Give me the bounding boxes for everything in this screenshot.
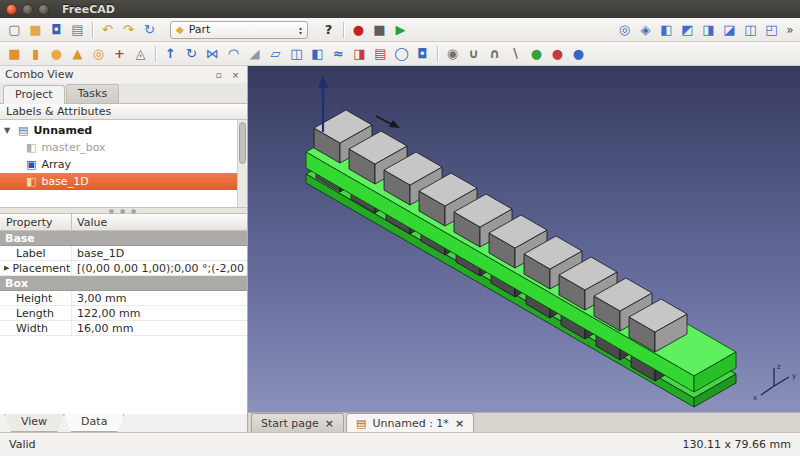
status-bar: Valid 130.11 x 79.66 mm	[0, 432, 800, 456]
tree-item-master-box[interactable]: ◧ master_box	[0, 139, 247, 156]
close-tab-icon[interactable]: ×	[325, 417, 334, 430]
view-axonometric-icon[interactable]: ◈	[635, 20, 656, 40]
property-group-base[interactable]: Base	[0, 231, 247, 246]
property-row-length[interactable]: Length 122,00 mm	[0, 306, 247, 321]
part-create-primitives-icon[interactable]: +	[109, 44, 130, 64]
view-rear-icon[interactable]: ◪	[719, 20, 740, 40]
part-boolean-cut-icon[interactable]: ∖	[505, 44, 526, 64]
view-bottom-icon[interactable]: ◫	[740, 20, 761, 40]
print-icon[interactable]: ▤	[67, 20, 88, 40]
part-cone-icon[interactable]: ▲	[67, 44, 88, 64]
tree-column-header: Labels & Attributes	[0, 104, 247, 120]
property-value[interactable]: 16,00 mm	[72, 322, 247, 335]
document-icon: ▤	[18, 124, 28, 137]
macro-play-icon[interactable]: ▶	[390, 20, 411, 40]
part-make-face-icon[interactable]: ▱	[265, 44, 286, 64]
part-ruled-surface-icon[interactable]: ◫	[286, 44, 307, 64]
array-feature-icon: ▣	[26, 158, 36, 171]
workbench-selector[interactable]: ◆ Part ▴▾	[170, 21, 308, 39]
part-boolean-union-icon[interactable]: ∪	[463, 44, 484, 64]
toolbar-overflow-icon[interactable]: »	[784, 23, 796, 37]
title-bar[interactable]: FreeCAD	[0, 0, 800, 18]
part-sweep-icon[interactable]: ≈	[328, 44, 349, 64]
view-fit-all-icon[interactable]: ◎	[614, 20, 635, 40]
part-cylinder-icon[interactable]: ▮	[25, 44, 46, 64]
part-torus-icon[interactable]: ◎	[88, 44, 109, 64]
part-fillet-icon[interactable]: ◠	[223, 44, 244, 64]
property-table-header[interactable]: Property Value	[0, 214, 247, 231]
part-compound-icon[interactable]: ◉	[442, 44, 463, 64]
property-row-width[interactable]: Width 16,00 mm	[0, 321, 247, 336]
view-left-icon[interactable]: ◰	[761, 20, 782, 40]
close-panel-icon[interactable]: ×	[229, 68, 242, 81]
tab-start-page[interactable]: Start page ×	[251, 413, 344, 432]
refresh-icon[interactable]: ↻	[139, 20, 160, 40]
part-box-icon[interactable]: ■	[4, 44, 25, 64]
undo-icon[interactable]: ↶	[97, 20, 118, 40]
tree-item-label: master_box	[41, 141, 105, 154]
property-row-label[interactable]: Label base_1D	[0, 246, 247, 261]
part-chamfer-icon[interactable]: ◢	[244, 44, 265, 64]
property-value[interactable]: base_1D	[72, 247, 247, 260]
column-value[interactable]: Value	[72, 216, 107, 229]
macro-stop-icon[interactable]: ■	[369, 20, 390, 40]
open-folder-icon[interactable]: ■	[25, 20, 46, 40]
property-value[interactable]: 122,00 mm	[72, 307, 247, 320]
part-section-icon[interactable]: ◨	[349, 44, 370, 64]
model-box-array[interactable]	[314, 110, 687, 352]
combo-arrows-icon[interactable]: ▴▾	[299, 25, 302, 35]
3d-view[interactable]: z y x	[248, 66, 800, 412]
property-group-box[interactable]: Box	[0, 276, 247, 291]
view-right-icon[interactable]: ◨	[698, 20, 719, 40]
tab-unnamed-document[interactable]: ▤ Unnamed : 1* ×	[346, 413, 474, 432]
expand-arrow-icon[interactable]: ▶	[4, 264, 9, 272]
part-loft-icon[interactable]: ◧	[307, 44, 328, 64]
tab-tasks[interactable]: Tasks	[66, 84, 119, 103]
tab-project[interactable]: Project	[3, 85, 65, 104]
view-top-icon[interactable]: ◩	[677, 20, 698, 40]
part-mirror-icon[interactable]: ⋈	[202, 44, 223, 64]
tab-data[interactable]: Data	[64, 414, 124, 432]
part-sphere-icon[interactable]: ●	[46, 44, 67, 64]
part-thickness-icon[interactable]: ◘	[412, 44, 433, 64]
close-tab-icon[interactable]: ×	[455, 417, 464, 430]
tree-scrollbar[interactable]	[237, 120, 247, 207]
view-front-icon[interactable]: ◧	[656, 20, 677, 40]
float-panel-icon[interactable]: ▫	[212, 68, 225, 81]
property-name: ▶ Placement	[0, 261, 72, 275]
part-offset-icon[interactable]: ◯	[391, 44, 412, 64]
part-boolean-common-icon[interactable]: ∩	[484, 44, 505, 64]
tab-view[interactable]: View	[4, 414, 64, 432]
main-area: Combo View ▫ × Project Tasks Labels & At…	[0, 66, 800, 432]
tree-item-base-1d[interactable]: ◧ base_1D	[0, 173, 247, 190]
part-cross-sections-icon[interactable]: ▤	[370, 44, 391, 64]
expander-icon[interactable]: ▼	[4, 126, 13, 135]
window-maximize-button[interactable]	[38, 4, 49, 15]
tree-item-unnamed[interactable]: ▼ ▤ Unnamed	[0, 122, 247, 139]
window-close-button[interactable]	[6, 4, 17, 15]
part-join-cutout-icon[interactable]: ●	[568, 44, 589, 64]
tab-label: Start page	[261, 417, 319, 430]
window-minimize-button[interactable]	[22, 4, 33, 15]
redo-icon[interactable]: ↷	[118, 20, 139, 40]
part-join-embed-icon[interactable]: ●	[547, 44, 568, 64]
3d-viewport-canvas[interactable]: z y x	[248, 66, 800, 412]
document-icon: ▤	[356, 417, 366, 430]
scrollbar-thumb[interactable]	[239, 122, 246, 164]
save-icon[interactable]: ◘	[46, 20, 67, 40]
tree-item-array[interactable]: ▣ Array	[0, 156, 247, 173]
column-property[interactable]: Property	[0, 214, 72, 230]
property-row-placement[interactable]: ▶ Placement [(0,00 0,00 1,00);0,00 °;(-2…	[0, 261, 247, 276]
model-tree[interactable]: ▼ ▤ Unnamed ◧ master_box ▣ Array ◧ base_…	[0, 120, 247, 208]
toolbar-separator	[155, 46, 156, 62]
whats-this-icon[interactable]: ?	[318, 20, 339, 40]
macro-record-icon[interactable]: ●	[348, 20, 369, 40]
part-revolve-icon[interactable]: ↻	[181, 44, 202, 64]
part-shape-builder-icon[interactable]: ◬	[130, 44, 151, 64]
property-row-height[interactable]: Height 3,00 mm	[0, 291, 247, 306]
new-document-icon[interactable]: ▢	[4, 20, 25, 40]
part-join-connect-icon[interactable]: ●	[526, 44, 547, 64]
property-value[interactable]: 3,00 mm	[72, 292, 247, 305]
part-extrude-icon[interactable]: ↑	[160, 44, 181, 64]
property-value[interactable]: [(0,00 0,00 1,00);0,00 °;(-2,00 -2,00 ..…	[72, 262, 247, 275]
